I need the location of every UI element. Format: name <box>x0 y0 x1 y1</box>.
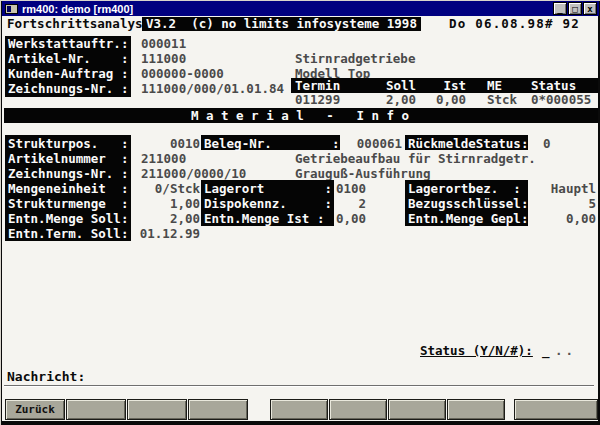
function-key-5[interactable] <box>270 399 328 420</box>
rueckmeldestatus-value: 0 <box>543 137 551 150</box>
window-controls: _ □ x <box>553 2 597 15</box>
function-key-2[interactable] <box>66 399 126 420</box>
close-button[interactable]: x <box>583 2 597 15</box>
function-key-7[interactable] <box>388 399 446 420</box>
artikel-nr-value: 111000 <box>141 52 186 65</box>
artikel-nr-label: Artikel-Nr. : <box>8 52 128 65</box>
beleg-nr-value: 000061 <box>347 137 402 150</box>
back-button[interactable]: Zurück <box>5 399 65 420</box>
app-icon[interactable] <box>5 4 18 14</box>
status-input-cursor[interactable]: _ <box>542 344 550 357</box>
bezugsschluessel-value: 5 <box>526 197 596 210</box>
strukturmenge-value: 1,00 <box>124 197 200 210</box>
werkstattauftrag-label: Werkstattauftr.: <box>8 37 128 50</box>
bezugsschluessel-label: Bezugsschlüssel: <box>408 197 528 210</box>
status-prompt-label: Status (Y/N/#): <box>420 344 533 357</box>
zeichnungsnr2-label: Zeichnungs-Nr. : <box>8 167 128 180</box>
schedule-status-value: 0*000055 <box>531 93 591 106</box>
app-window: rm400: demo [rm400] _ □ x Fortschrittsan… <box>0 0 600 425</box>
version-banner: V3.2 (c) no limits infosysteme 1998 <box>142 17 421 31</box>
entn-menge-soll-label: Entn.Menge Soll: <box>8 212 128 225</box>
beleg-nr-label: Beleg-Nr. : <box>204 137 339 150</box>
function-key-4[interactable] <box>188 399 248 420</box>
zeichnungsnr2-value: 211000/0000/10 <box>141 167 246 180</box>
artikelnummer-label: Artikelnummer : <box>8 152 128 165</box>
schedule-col-termin: Termin <box>295 79 340 92</box>
entn-menge-gepl-label: Entn.Menge Gepl: <box>408 212 528 225</box>
zeichnungs-nr-label: Zeichnungs-Nr. : <box>8 82 128 95</box>
schedule-termin-value: 011299 <box>295 93 340 106</box>
strukturpos-value: 0010 <box>124 137 200 150</box>
strukturmenge-label: Strukturmenge : <box>8 197 128 210</box>
datetime: Do 06.08.98# 92 <box>449 17 580 30</box>
schedule-col-soll: Soll <box>376 79 416 92</box>
status-input-placeholder-dots[interactable]: .. <box>555 344 576 357</box>
kunden-auftrag-value: 000000-0000 <box>141 67 224 80</box>
dispokennz-value: 2 <box>321 197 366 210</box>
zeichnungs-nr-value: 111000/000/01.01.84 <box>141 82 284 95</box>
minimize-button[interactable]: _ <box>553 2 567 15</box>
title-bar[interactable]: rm400: demo [rm400] _ □ x <box>2 1 599 16</box>
schedule-ist-value: 0,00 <box>436 93 466 106</box>
function-key-8[interactable] <box>447 399 505 420</box>
rueckmeldestatus-label: RückmeldeStatus: <box>408 137 528 150</box>
entn-menge-gepl-value: 0,00 <box>526 212 596 225</box>
lagerortbez-label: Lagerortbez. : <box>408 182 521 195</box>
material-description-1: Getriebeaufbau für Stirnradgetr. <box>295 152 536 165</box>
entn-term-soll-label: Entn.Term. Soll: <box>8 227 128 240</box>
artikelnummer-value: 211000 <box>141 152 186 165</box>
material-description-2: Grauguß-Ausführung <box>295 167 430 180</box>
entn-menge-soll-value: 2,00 <box>124 212 200 225</box>
werkstattauftrag-value: 000011 <box>141 37 186 50</box>
terminal-screen: Fortschrittsanalyse V3.2 (c) no limits i… <box>2 16 598 421</box>
schedule-me-value: Stck <box>487 93 517 106</box>
schedule-col-ist: Ist <box>436 79 466 92</box>
entn-menge-ist-label: Entn.Menge Ist : <box>204 212 324 225</box>
lagerortbez-value: Hauptl <box>526 182 596 195</box>
dispokennz-label: Dispokennz. : <box>204 197 332 210</box>
message-label: Nachricht: <box>7 370 85 383</box>
mengeneinheit-label: Mengeneinheit : <box>8 182 128 195</box>
entn-menge-ist-value: 0,00 <box>321 212 366 225</box>
entn-term-soll-value: 01.12.99 <box>124 227 200 240</box>
app-title: Fortschrittsanalyse <box>7 17 150 30</box>
message-divider <box>4 385 594 387</box>
schedule-col-status: Status <box>531 79 576 92</box>
mengeneinheit-value: 0/Stck <box>124 182 200 195</box>
window-title: rm400: demo [rm400] <box>22 3 133 15</box>
function-key-6[interactable] <box>329 399 387 420</box>
maximize-button[interactable]: □ <box>568 2 582 15</box>
schedule-soll-value: 2,00 <box>376 93 416 106</box>
function-key-3[interactable] <box>127 399 187 420</box>
lagerort-label: Lagerort : <box>204 182 332 195</box>
material-section-title: M a t e r i a l - I n f o <box>2 109 598 122</box>
kunden-auftrag-label: Kunden-Auftrag : <box>8 67 128 80</box>
function-key-9[interactable] <box>514 399 598 420</box>
schedule-col-me: ME <box>487 79 502 92</box>
strukturpos-label: Strukturpos. : <box>8 137 128 150</box>
lagerort-value: 0100 <box>321 182 366 195</box>
artikel-description: Stirnradgetriebe <box>295 52 415 65</box>
